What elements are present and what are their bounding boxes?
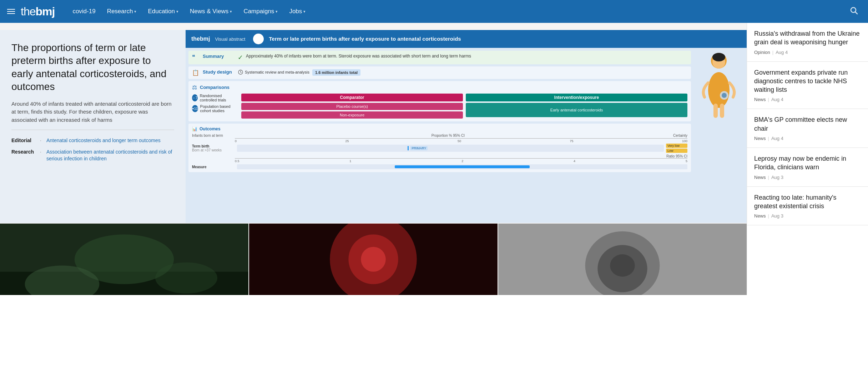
va-outcomes-row: 📊 Outcomes Infants born at term Proporti… (188, 124, 691, 172)
thumbnail-2[interactable] (249, 224, 498, 295)
svg-point-5 (712, 53, 725, 61)
quote-icon: ❝ (192, 54, 200, 60)
bullet-icon: · (40, 149, 41, 162)
main-nav: covid-19 Research▾ Education▾ News & Vie… (67, 5, 311, 18)
thumbnail-3[interactable] (498, 224, 747, 295)
va-intervention-cell: Early antenatal corticosteroids (466, 103, 687, 117)
va-study-stat: 1.6 million infants total (312, 69, 360, 76)
sidebar-item-date-3: Aug 3 (771, 175, 783, 180)
va-intervention-header: Intervention/exposure (466, 94, 687, 101)
va-summary-row: ❝ Summary ✓ Approximately 40% of infants… (188, 51, 691, 64)
sidebar-item-type-0: Opinion (754, 50, 770, 55)
article-summary: Around 40% of infants treated with anten… (11, 100, 174, 130)
va-ratio-header: Ratio 95% CI (192, 154, 687, 158)
research-link-row: Research · Association between antenatal… (11, 149, 174, 162)
va-outcomes-label: Outcomes (200, 126, 221, 131)
va-term-birth-row: Term birth Born at >37 weeks PRIMARY (192, 144, 687, 153)
separator-2: | (768, 136, 769, 141)
nav-jobs[interactable]: Jobs▾ (284, 5, 311, 18)
sidebar-item-title-0[interactable]: Russia's withdrawal from the Ukraine gra… (754, 29, 861, 47)
va-axis-line: 0 25 50 75 100 (235, 138, 687, 143)
chevron-down-icon: ▾ (176, 9, 178, 14)
va-ratio-bar (237, 164, 687, 169)
sidebar-item-type-2: News (754, 136, 766, 141)
article-title[interactable]: The proportions of term or late preterm … (11, 41, 174, 94)
sidebar-item-title-2[interactable]: BMA's GP committee elects new chair (754, 115, 861, 133)
nav-campaigns[interactable]: Campaigns▾ (238, 5, 283, 18)
eye-icon: 👁 (253, 34, 264, 44)
va-certainty-very-low: Very low (666, 144, 687, 148)
va-ratio-bar-fill (395, 165, 530, 168)
svg-point-10 (722, 93, 727, 98)
va-right-panel (694, 51, 744, 220)
sidebar-item-1: Government expands private run diagnosti… (747, 62, 868, 109)
sidebar-item-title-1[interactable]: Government expands private run diagnosti… (754, 68, 861, 94)
va-term-birth-label: Term birth Born at >37 weeks (192, 144, 235, 152)
va-summary-text: Approximately 40% of infants were born a… (246, 54, 687, 59)
va-proportion-header: Infants born at term Proportion % 95% CI… (192, 134, 687, 138)
sidebar-item-2: BMA's GP committee elects new chair News… (747, 109, 868, 148)
chevron-down-icon: ▾ (134, 9, 136, 14)
nav-covid[interactable]: covid-19 (67, 5, 100, 18)
bar-chart-icon: 📊 (192, 126, 197, 131)
nav-education[interactable]: Education▾ (143, 5, 183, 18)
va-rct-item: ↔7 Randomised controlled trials (192, 94, 238, 102)
sidebar-item-meta-1: News | Aug 4 (754, 97, 861, 102)
thumbnail-1[interactable] (0, 224, 248, 295)
va-comparator-cell-1: Placebo course(s) (241, 103, 463, 110)
research-link[interactable]: Association between antenatal corticoste… (46, 149, 174, 162)
sidebar-item-type-4: News (754, 213, 766, 219)
separator-3: | (768, 175, 769, 180)
rct-count-badge: ↔7 (192, 94, 198, 101)
sidebar-item-meta-0: Opinion | Aug 4 (754, 50, 861, 55)
link-type-editorial: Editorial (11, 137, 36, 144)
va-bar-marker-1 (408, 146, 409, 150)
va-header: thebmj Visual abstract 👁 Term or late pr… (186, 30, 747, 48)
va-comp-labels: ↔7 Randomised controlled trials ●10 (192, 94, 238, 119)
va-bar-track-1: PRIMARY (237, 145, 664, 152)
va-tag: Visual abstract (215, 36, 245, 42)
nav-news-views[interactable]: News & Views▾ (185, 5, 237, 18)
editorial-link[interactable]: Antenatal corticosteroids and longer ter… (46, 137, 161, 144)
va-certainty-low: Low (666, 149, 687, 153)
va-intervention-col: Intervention/exposure Early antenatal co… (466, 94, 687, 119)
svg-point-19 (361, 247, 386, 272)
separator-4: | (768, 213, 769, 219)
chevron-down-icon: ▾ (276, 9, 278, 14)
sidebar-item-type-3: News (754, 175, 766, 180)
va-certainty-col: Very low Low (666, 144, 687, 153)
va-ratio-axis-line: 0.5 1 2 4 5 (235, 158, 687, 163)
va-certainty-label: Certainty (673, 134, 687, 138)
va-ratio-axis-labels: 0.5 1 2 4 5 (235, 159, 687, 163)
va-comparator-cell-2-wrap: Non-exposure (241, 111, 463, 119)
chevron-down-icon: ▾ (303, 9, 306, 14)
sidebar: Russia's withdrawal from the Ukraine gra… (747, 23, 868, 295)
sidebar-item-meta-4: News | Aug 3 (754, 213, 861, 219)
hamburger-menu[interactable] (7, 9, 15, 14)
va-comparator-cell-2: Non-exposure (241, 111, 463, 119)
sidebar-item-title-4[interactable]: Reacting too late: humanity's greatest e… (754, 193, 861, 211)
cohort-count-badge: ●10 (192, 105, 198, 112)
chevron-down-icon: ▾ (230, 9, 232, 14)
nav-research[interactable]: Research▾ (102, 5, 142, 18)
sidebar-item-4: Reacting too late: humanity's greatest e… (747, 187, 868, 226)
hero-article: The proportions of term or late preterm … (0, 30, 747, 223)
hero-links: Editorial · Antenatal corticosteroids an… (11, 137, 174, 162)
va-ratio-axis: 0.5 1 2 4 5 (192, 158, 687, 163)
checkmark-icon: ✓ (238, 54, 243, 61)
va-study-content: Systematic review and meta-analysis 1.6 … (238, 69, 687, 76)
va-outcomes-label-group: 📊 Outcomes (192, 126, 221, 131)
primary-badge: PRIMARY (410, 146, 428, 150)
sidebar-item-date-1: Aug 4 (771, 97, 783, 102)
page-content: The proportions of term or late preterm … (0, 23, 868, 295)
va-bar-row-1: PRIMARY (237, 145, 664, 152)
search-button[interactable] (847, 3, 861, 20)
svg-rect-7 (713, 104, 718, 118)
main-area: The proportions of term or late preterm … (0, 23, 747, 295)
sidebar-item-title-3[interactable]: Leprosy may now be endemic in Florida, c… (754, 154, 861, 172)
va-comparisons-row: ⚖ Comparisons ↔7 (188, 81, 691, 121)
svg-rect-8 (720, 104, 724, 118)
va-body: ❝ Summary ✓ Approximately 40% of infants… (186, 48, 747, 223)
va-ratio-label: Ratio 95% CI (666, 154, 687, 158)
site-logo[interactable]: thebmj (21, 5, 55, 18)
